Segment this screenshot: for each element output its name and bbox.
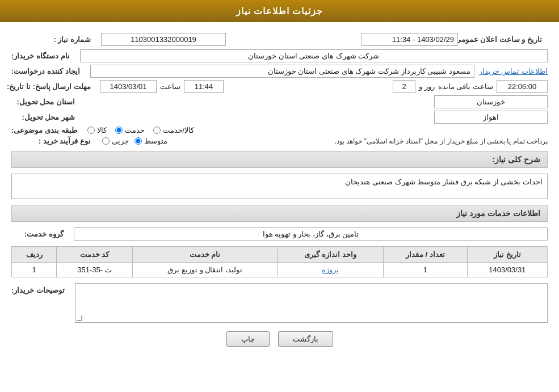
button-row: بازگشت چاپ	[11, 331, 548, 347]
buyer-org-row: شرکت شهرک های صنعتی استان خوزستان نام دس…	[11, 49, 548, 62]
category-row: کالا خدمت کالا/خدمت طبقه بندی موضوعی:	[11, 126, 548, 134]
service-group-label: گروه خدمت:	[24, 230, 69, 238]
category-kala-khedmat-radio[interactable]	[153, 127, 161, 134]
service-table-header: تاریخ نیاز تعداد / مقدار واحد اندازه گیر…	[12, 247, 548, 263]
purchase-notice-area: پرداخت تمام یا بخشی از مبلغ خریدار از مح…	[167, 137, 548, 145]
need-number-group: شماره نیاز : 1103001332000019	[11, 33, 226, 46]
description-content: احداث بخشی از شبکه برق فشار متوسط شهرک ص…	[11, 174, 548, 199]
buyer-org-label: نام دستگاه خریدار:	[11, 52, 75, 60]
buyer-notes-box	[75, 283, 548, 323]
need-number-label: شماره نیاز :	[11, 35, 96, 44]
page-title: جزئیات اطلاعات نیاز	[236, 6, 323, 16]
col-code-header: کد خدمت	[57, 247, 132, 263]
description-section-title: شرح کلی نیاز:	[11, 151, 548, 168]
purchase-jozei-item: جزیی	[102, 137, 129, 145]
reply-time-label: ساعت	[160, 82, 180, 91]
city-value: اهواز	[434, 111, 548, 124]
purchase-notice-text: پرداخت تمام یا بخشی از مبلغ خریدار از مح…	[335, 137, 548, 145]
purchase-jozei-radio[interactable]	[102, 137, 110, 145]
cell-unit[interactable]: پروژه	[278, 263, 383, 277]
category-kala-khedmat-item: کالا/خدمت	[153, 126, 195, 134]
cell-code: ت -35-351	[57, 263, 132, 277]
purchase-type-label: نوع فرآیند خرید :	[11, 137, 96, 145]
col-unit-header: واحد اندازه گیری	[278, 247, 383, 263]
deadline-left: 22:06:00 ساعت باقی مانده روز و 2	[393, 80, 548, 93]
creator-label: ایجاد کننده درخواست:	[11, 67, 86, 75]
purchase-jozei-label: جزیی	[112, 137, 129, 145]
cell-date: 1403/03/31	[467, 263, 547, 277]
purchase-type-row: پرداخت تمام یا بخشی از مبلغ خریدار از مح…	[11, 137, 548, 145]
cell-row: 1	[12, 263, 57, 277]
need-number-value: 1103001332000019	[101, 33, 226, 46]
reply-remaining-label: ساعت باقی مانده	[438, 82, 493, 91]
city-field: اهواز	[85, 111, 548, 124]
purchase-motevaset-radio[interactable]	[135, 137, 142, 145]
province-field: خوزستان	[85, 95, 548, 108]
top-row: تاریخ و ساعت اعلان عمومی: 1403/02/29 - 1…	[11, 33, 548, 46]
back-button[interactable]: بازگشت	[278, 331, 333, 347]
buyer-notes-resize[interactable]	[77, 315, 82, 321]
creator-link[interactable]: اطلاعات تماس خریدار	[479, 67, 548, 75]
category-khedmat-label: خدمت	[125, 126, 145, 134]
page-header: جزئیات اطلاعات نیاز	[0, 0, 559, 22]
deadline-row: 22:06:00 ساعت باقی مانده روز و 2 مهلت ار…	[11, 80, 548, 93]
reply-days-value: 2	[393, 80, 415, 93]
category-kala-item: کالا	[87, 126, 107, 134]
announce-date-label: تاریخ و ساعت اعلان عمومی:	[463, 35, 548, 44]
announce-date-value: 1403/02/29 - 11:34	[362, 33, 458, 46]
service-group-field: تامین برق، گاز، بخار و تهویه هوا	[74, 227, 548, 241]
province-value: خوزستان	[434, 95, 548, 108]
creator-value: مسعود شبیبی کاربرداز شرکت شهرک های صنعتی…	[90, 65, 474, 78]
category-khedmat-item: خدمت	[115, 126, 145, 134]
reply-time-value: 11:44	[184, 80, 224, 93]
reply-remaining-value: 22:06:00	[497, 80, 548, 93]
col-row-header: ردیف	[12, 247, 57, 263]
category-kala-radio[interactable]	[87, 127, 95, 134]
category-radios: کالا خدمت کالا/خدمت	[87, 126, 548, 134]
creator-label-cell: ایجاد کننده درخواست:	[11, 67, 90, 75]
buyer-notes-label-cell: توصیحات خریدار:	[11, 283, 75, 294]
service-table: تاریخ نیاز تعداد / مقدار واحد اندازه گیر…	[11, 246, 548, 277]
services-section-title: اطلاعات خدمات مورد نیاز	[11, 205, 548, 222]
description-value: احداث بخشی از شبکه برق فشار متوسط شهرک ص…	[11, 174, 548, 199]
col-name-header: نام خدمت	[132, 247, 278, 263]
print-button[interactable]: چاپ	[226, 331, 270, 347]
col-date-header: تاریخ نیاز	[467, 247, 547, 263]
buyer-org-field: شرکت شهرک های صنعتی استان خوزستان	[80, 49, 548, 62]
service-group-label-cell: گروه خدمت:	[11, 230, 74, 238]
province-label: استان محل تحویل:	[16, 98, 81, 106]
buyer-org-value: شرکت شهرک های صنعتی استان خوزستان	[80, 49, 548, 62]
content-area: تاریخ و ساعت اعلان عمومی: 1403/02/29 - 1…	[0, 22, 559, 364]
category-kala-label: کالا	[97, 126, 107, 134]
province-label-cell: استان محل تحویل:	[11, 98, 85, 106]
creator-field: اطلاعات تماس خریدار مسعود شبیبی کاربرداز…	[90, 65, 548, 78]
buyer-org-label-cell: نام دستگاه خریدار:	[11, 52, 80, 60]
purchase-type-controls: نوع فرآیند خرید : جزیی متوسط	[11, 137, 167, 145]
category-kala-khedmat-label: کالا/خدمت	[163, 126, 195, 134]
city-label-cell: شهر محل تحویل:	[11, 113, 85, 121]
reply-day-label: روز و	[419, 82, 435, 91]
category-label-cell: طبقه بندی موضوعی:	[11, 126, 87, 134]
buyer-notes-section: توصیحات خریدار:	[11, 283, 548, 323]
reply-date-value: 1403/03/01	[100, 80, 157, 93]
cell-name: تولید، انتقال و توزیع برق	[132, 263, 278, 277]
province-row: خوزستان استان محل تحویل:	[11, 95, 548, 108]
page-wrapper: جزئیات اطلاعات نیاز تاریخ و ساعت اعلان ع…	[0, 0, 559, 392]
service-group-row: تامین برق، گاز، بخار و تهویه هوا گروه خد…	[11, 227, 548, 241]
col-count-header: تعداد / مقدار	[383, 247, 467, 263]
creator-row: اطلاعات تماس خریدار مسعود شبیبی کاربرداز…	[11, 65, 548, 78]
buyer-notes-label: توصیحات خریدار:	[11, 286, 70, 294]
city-label: شهر محل تحویل:	[22, 113, 81, 121]
reply-deadline-label: مهلت ارسال پاسخ: تا تاریخ:	[11, 82, 96, 91]
purchase-motevaset-item: متوسط	[135, 137, 167, 145]
category-label: طبقه بندی موضوعی:	[11, 126, 83, 134]
service-group-value: تامین برق، گاز، بخار و تهویه هوا	[74, 227, 548, 241]
city-row: اهواز شهر محل تحویل:	[11, 111, 548, 124]
cell-count: 1	[383, 263, 467, 277]
category-khedmat-radio[interactable]	[115, 127, 123, 134]
service-table-header-row: تاریخ نیاز تعداد / مقدار واحد اندازه گیر…	[12, 247, 548, 263]
description-section: شرح کلی نیاز: احداث بخشی از شبکه برق فشا…	[11, 151, 548, 199]
service-table-body: 1403/03/31 1 پروژه تولید، انتقال و توزیع…	[12, 263, 548, 277]
announce-date-group: تاریخ و ساعت اعلان عمومی: 1403/02/29 - 1…	[362, 33, 548, 46]
purchase-motevaset-label: متوسط	[144, 137, 167, 145]
